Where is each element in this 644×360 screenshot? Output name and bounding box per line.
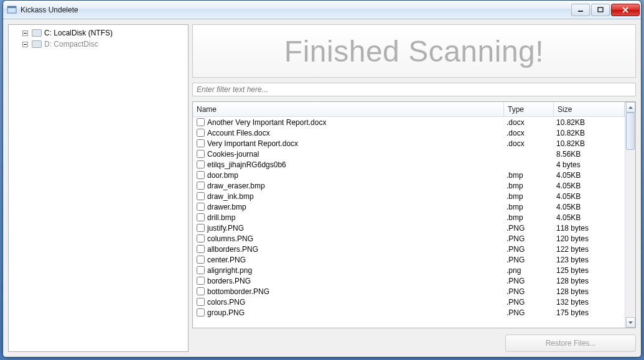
file-name: drawer.bmp [207,203,246,211]
row-checkbox[interactable] [197,118,205,126]
file-size: 4.05KB [554,182,607,190]
file-size: 8.56KB [554,150,607,159]
row-checkbox[interactable] [197,171,205,179]
table-row[interactable]: bottomborder.PNG.PNG128 bytes [193,286,625,297]
table-row[interactable]: Account Files.docx.docx10.82KB [193,127,625,138]
table-row[interactable]: alignright.png.png125 bytes [193,265,625,275]
file-type: .docx [504,118,554,127]
column-name[interactable]: Name [193,102,504,116]
file-type: .docx [504,139,554,148]
file-size: 118 bytes [554,224,607,233]
table-row[interactable]: colors.PNG.PNG132 bytes [193,297,625,307]
file-name: door.bmp [207,171,238,180]
file-name: center.PNG [207,256,246,264]
column-type[interactable]: Type [504,102,554,116]
drive-tree[interactable]: C: LocalDisk (NTFS)D: CompactDisc [8,24,189,352]
file-size: 10.82KB [554,118,607,127]
table-row[interactable]: group.PNG.PNG175 bytes [193,307,625,318]
row-checkbox[interactable] [197,245,205,253]
file-type: .bmp [504,192,554,201]
footer: Restore Files... [192,333,636,352]
file-name: borders.PNG [207,277,251,285]
row-checkbox[interactable] [197,192,205,200]
file-name: allborders.PNG [207,245,258,254]
table-row[interactable]: columns.PNG.PNG120 bytes [193,233,625,244]
scrollbar[interactable] [625,102,635,328]
client-area: C: LocalDisk (NTFS)D: CompactDisc Finish… [3,19,641,357]
table-row[interactable]: etilqs_jihajnRG6dgs0b64 bytes [193,159,625,170]
row-checkbox[interactable] [197,150,205,158]
file-name: justify.PNG [207,224,244,233]
file-type: .bmp [504,182,554,190]
row-checkbox[interactable] [197,160,205,168]
titlebar[interactable]: Kickass Undelete [3,1,641,19]
file-type: .png [504,266,554,275]
row-checkbox[interactable] [197,129,205,137]
table-row[interactable]: drawer.bmp.bmp4.05KB [193,201,625,212]
expand-icon[interactable] [22,30,28,36]
file-type: .docx [504,129,554,137]
row-checkbox[interactable] [197,266,205,274]
row-checkbox[interactable] [197,308,205,316]
table-row[interactable]: justify.PNG.PNG118 bytes [193,223,625,233]
row-checkbox[interactable] [197,287,205,295]
table-row[interactable]: Another Very Important Report.docx.docx1… [193,117,625,127]
file-size: 4.05KB [554,213,607,222]
table-row[interactable]: draw_eraser.bmp.bmp4.05KB [193,180,625,191]
table-row[interactable]: center.PNG.PNG123 bytes [193,254,625,265]
close-button[interactable] [611,4,640,16]
file-name: group.PNG [207,308,245,317]
table-row[interactable]: borders.PNG.PNG128 bytes [193,275,625,286]
status-banner-text: Finished Scanning! [284,34,544,68]
app-title: Kickass Undelete [21,6,570,14]
file-list[interactable]: Name Type Size Another Very Important Re… [192,101,636,328]
file-type: .PNG [504,256,554,264]
file-type: .PNG [504,308,554,317]
file-size: 4.05KB [554,203,607,211]
status-banner: Finished Scanning! [192,24,636,78]
list-header[interactable]: Name Type Size [193,102,625,117]
scroll-down-button[interactable] [626,317,635,328]
row-checkbox[interactable] [197,277,205,285]
minimize-button[interactable] [571,4,590,16]
file-type: .PNG [504,245,554,254]
column-size[interactable]: Size [554,102,625,116]
table-row[interactable]: door.bmp.bmp4.05KB [193,170,625,180]
tree-item[interactable]: D: CompactDisc [10,39,187,50]
row-checkbox[interactable] [197,298,205,306]
row-checkbox[interactable] [197,182,205,190]
file-size: 175 bytes [554,308,607,317]
expand-icon[interactable] [22,42,28,47]
app-icon [7,5,17,15]
tree-item[interactable]: C: LocalDisk (NTFS) [10,27,187,39]
filter-input[interactable] [192,83,636,96]
table-row[interactable]: Cookies-journal8.56KB [193,149,625,159]
table-row[interactable]: allborders.PNG.PNG122 bytes [193,244,625,254]
scroll-thumb[interactable] [626,113,635,150]
file-type: .PNG [504,224,554,233]
file-name: colors.PNG [207,298,245,307]
file-size: 10.82KB [554,129,607,137]
row-checkbox[interactable] [197,139,205,147]
file-size: 123 bytes [554,256,607,264]
file-size: 122 bytes [554,245,607,254]
scroll-up-button[interactable] [626,102,635,113]
row-checkbox[interactable] [197,213,205,221]
table-row[interactable]: draw_ink.bmp.bmp4.05KB [193,191,625,201]
file-size: 120 bytes [554,234,607,243]
row-checkbox[interactable] [197,224,205,232]
row-checkbox[interactable] [197,203,205,211]
file-type: .PNG [504,287,554,296]
scroll-track[interactable] [625,113,635,317]
file-name: alignright.png [207,266,252,275]
file-size: 128 bytes [554,277,607,285]
row-checkbox[interactable] [197,256,205,264]
table-row[interactable]: Very Important Report.docx.docx10.82KB [193,138,625,149]
file-size: 125 bytes [554,266,607,275]
file-size: 132 bytes [554,298,607,307]
row-checkbox[interactable] [197,234,205,242]
file-size: 4.05KB [554,171,607,180]
restore-button[interactable]: Restore Files... [505,335,636,352]
maximize-button[interactable] [591,4,610,16]
table-row[interactable]: drill.bmp.bmp4.05KB [193,212,625,223]
